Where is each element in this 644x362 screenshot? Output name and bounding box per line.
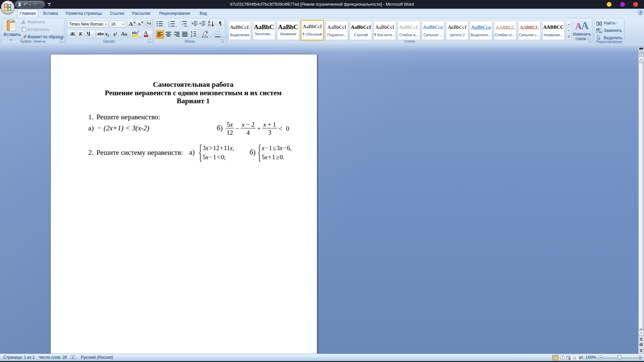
svg-text:2: 2	[168, 23, 170, 25]
svg-text:1: 1	[180, 21, 182, 23]
svg-text:1: 1	[168, 20, 170, 23]
svg-text:i: i	[182, 25, 183, 27]
svg-text:3: 3	[168, 25, 170, 27]
svg-text:a: a	[181, 23, 183, 25]
